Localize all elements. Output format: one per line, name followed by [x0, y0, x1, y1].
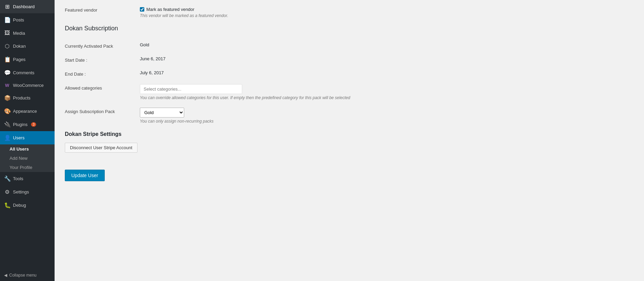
- featured-vendor-checkbox[interactable]: [140, 7, 144, 12]
- sidebar-item-appearance[interactable]: 🎨 Appearance: [0, 105, 55, 118]
- collapse-icon: ◀: [4, 273, 7, 278]
- media-icon: 🖼: [4, 30, 10, 36]
- assign-pack-help: You can only assign non-recurring packs: [140, 119, 634, 124]
- settings-icon: ⚙: [4, 189, 10, 195]
- start-date-row: Start Date : June 6, 2017: [65, 56, 634, 63]
- sidebar-item-debug[interactable]: 🐛 Debug: [0, 199, 55, 212]
- sidebar-item-dokan[interactable]: ⬡ Dokan: [0, 40, 55, 53]
- activated-pack-row: Currently Activated Pack Gold: [65, 42, 634, 49]
- submenu-add-new[interactable]: Add New: [0, 154, 55, 163]
- main-content: Featured vendor Mark as featured vendor …: [55, 0, 644, 281]
- sidebar-item-users[interactable]: 👤 Users: [0, 131, 55, 144]
- allowed-categories-content: You can override allowed categories for …: [140, 84, 634, 100]
- sidebar-item-plugins[interactable]: 🔌 Plugins 3: [0, 118, 55, 131]
- allowed-categories-row: Allowed categories You can override allo…: [65, 84, 634, 100]
- sidebar-item-settings[interactable]: ⚙ Settings: [0, 185, 55, 199]
- sidebar-item-label: WooCommerce: [13, 83, 44, 88]
- featured-vendor-content: Mark as featured vendor This vendor will…: [140, 7, 634, 18]
- sidebar-item-label: Plugins: [13, 122, 28, 127]
- dokan-stripe-title: Dokan Stripe Settings: [65, 131, 634, 137]
- sidebar-item-label: Products: [13, 95, 30, 100]
- sidebar-item-pages[interactable]: 📋 Pages: [0, 53, 55, 66]
- dokan-subscription-title: Dokan Subscription: [65, 25, 634, 35]
- comments-icon: 💬: [4, 69, 10, 76]
- sidebar-item-label: Users: [13, 135, 25, 140]
- assign-pack-content: Gold Silver Bronze You can only assign n…: [140, 108, 634, 124]
- categories-input[interactable]: [140, 84, 242, 94]
- featured-vendor-row: Featured vendor Mark as featured vendor …: [65, 7, 634, 18]
- sidebar-item-label: Tools: [13, 176, 23, 181]
- submenu-all-users[interactable]: All Users: [0, 144, 55, 154]
- sidebar-item-label: Comments: [13, 70, 34, 75]
- plugins-icon: 🔌: [4, 121, 10, 128]
- assign-pack-label: Assign Subscription Pack: [65, 108, 133, 114]
- pack-select[interactable]: Gold Silver Bronze: [140, 108, 184, 118]
- sidebar-item-products[interactable]: 📦 Products: [0, 91, 55, 105]
- posts-icon: 📄: [4, 17, 10, 23]
- appearance-icon: 🎨: [4, 108, 10, 114]
- disconnect-stripe-button[interactable]: Disconnect User Stripe Account: [65, 143, 137, 153]
- activated-pack-label: Currently Activated Pack: [65, 42, 133, 49]
- sidebar-item-tools[interactable]: 🔧 Tools: [0, 172, 55, 185]
- users-icon: 👤: [4, 135, 10, 141]
- sidebar-item-media[interactable]: 🖼 Media: [0, 27, 55, 40]
- sidebar-item-label: Pages: [13, 57, 26, 62]
- sidebar-item-label: Dokan: [13, 44, 26, 49]
- featured-vendor-label: Featured vendor: [65, 7, 133, 13]
- sidebar: ⊞ Dashboard 📄 Posts 🖼 Media ⬡ Dokan 📋 Pa…: [0, 0, 55, 281]
- collapse-menu[interactable]: ◀ Collapse menu: [0, 269, 55, 281]
- start-date-label: Start Date :: [65, 56, 133, 63]
- collapse-label: Collapse menu: [9, 273, 36, 278]
- sidebar-item-dashboard[interactable]: ⊞ Dashboard: [0, 0, 55, 13]
- sidebar-item-posts[interactable]: 📄 Posts: [0, 13, 55, 27]
- end-date-row: End Date : July 6, 2017: [65, 70, 634, 77]
- products-icon: 📦: [4, 95, 10, 101]
- users-submenu: All Users Add New Your Profile: [0, 144, 55, 172]
- sidebar-item-label: Settings: [13, 189, 29, 194]
- plugins-badge: 3: [31, 122, 36, 127]
- sidebar-item-label: Appearance: [13, 109, 37, 114]
- tools-icon: 🔧: [4, 175, 10, 182]
- pages-icon: 📋: [4, 56, 10, 63]
- end-date-label: End Date :: [65, 70, 133, 77]
- featured-vendor-checkbox-label: Mark as featured vendor: [146, 7, 194, 12]
- featured-vendor-help: This vendor will be marked as a featured…: [140, 13, 634, 18]
- sidebar-item-label: Dashboard: [13, 4, 35, 9]
- end-date-value: July 6, 2017: [140, 70, 164, 75]
- sidebar-item-label: Posts: [13, 17, 24, 22]
- update-user-button[interactable]: Update User: [65, 170, 105, 181]
- assign-pack-row: Assign Subscription Pack Gold Silver Bro…: [65, 108, 634, 124]
- allowed-categories-label: Allowed categories: [65, 84, 133, 91]
- sidebar-item-comments[interactable]: 💬 Comments: [0, 66, 55, 79]
- sidebar-item-label: Media: [13, 31, 25, 36]
- activated-pack-value: Gold: [140, 42, 149, 47]
- start-date-value: June 6, 2017: [140, 56, 165, 61]
- sidebar-item-label: Debug: [13, 203, 26, 208]
- dokan-icon: ⬡: [4, 43, 10, 49]
- dashboard-icon: ⊞: [4, 3, 10, 10]
- woocommerce-icon: W: [4, 83, 10, 88]
- submenu-your-profile[interactable]: Your Profile: [0, 163, 55, 172]
- sidebar-item-woocommerce[interactable]: W WooCommerce: [0, 79, 55, 91]
- categories-help: You can override allowed categories for …: [140, 95, 634, 100]
- debug-icon: 🐛: [4, 202, 10, 208]
